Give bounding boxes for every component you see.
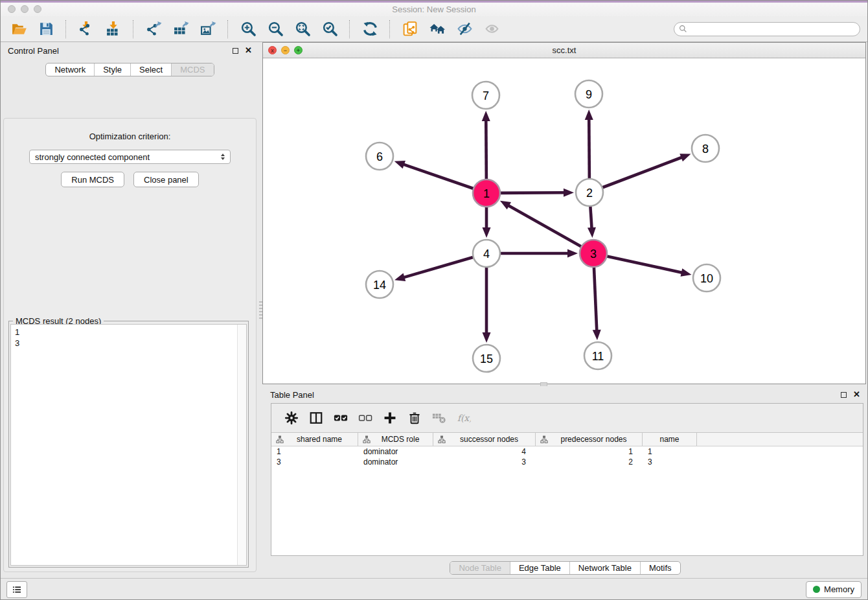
graph-node-1[interactable]: 1 bbox=[473, 179, 500, 207]
graph-edge-3-10[interactable] bbox=[606, 256, 692, 277]
settings-gear-button[interactable] bbox=[279, 408, 304, 428]
graph-node-4[interactable]: 4 bbox=[473, 240, 500, 267]
memory-button[interactable]: Memory bbox=[806, 581, 862, 598]
graph-node-2[interactable]: 2 bbox=[576, 179, 603, 206]
graph-edge-2-9[interactable] bbox=[585, 110, 593, 180]
toolbar-separator bbox=[227, 20, 229, 38]
graph-node-6[interactable]: 6 bbox=[366, 143, 393, 170]
table-row[interactable]: 3dominator323 bbox=[271, 457, 863, 467]
delete-table-icon bbox=[432, 411, 446, 425]
task-history-button[interactable] bbox=[6, 581, 27, 598]
save-session-button[interactable] bbox=[36, 19, 56, 40]
graph-node-8[interactable]: 8 bbox=[692, 135, 719, 162]
deselect-all-icon bbox=[358, 411, 372, 425]
export-image-button[interactable] bbox=[198, 19, 218, 40]
float-table-panel-icon[interactable] bbox=[841, 392, 847, 398]
deselect-all-button[interactable] bbox=[353, 408, 378, 428]
svg-text:10: 10 bbox=[700, 272, 713, 285]
zoom-out-button[interactable] bbox=[265, 19, 286, 40]
zoom-selected-icon bbox=[322, 21, 338, 37]
graph-edge-1-6[interactable] bbox=[394, 161, 475, 189]
graph-edge-2-3[interactable] bbox=[588, 205, 596, 238]
close-panel-button[interactable]: Close panel bbox=[133, 172, 199, 187]
import-table-button[interactable] bbox=[103, 19, 124, 40]
column-header-predecessor-nodes[interactable]: predecessor nodes bbox=[536, 433, 643, 446]
search-box[interactable] bbox=[674, 22, 860, 36]
delete-column-button[interactable] bbox=[402, 408, 427, 428]
mcds-result-textarea[interactable]: 1 3 bbox=[10, 324, 247, 566]
tab-select[interactable]: Select bbox=[130, 63, 171, 76]
toolbar-separator bbox=[349, 20, 350, 38]
close-panel-icon[interactable]: ✕ bbox=[245, 47, 252, 54]
table-cell[interactable]: 3 bbox=[433, 457, 536, 467]
result-scrollbar[interactable] bbox=[237, 325, 246, 565]
zoom-selected-button[interactable] bbox=[319, 19, 340, 40]
column-header-successor-nodes[interactable]: successor nodes bbox=[433, 433, 536, 446]
table-cell[interactable]: dominator bbox=[358, 457, 433, 467]
table-cell[interactable]: 3 bbox=[643, 457, 697, 467]
tab-edge-table[interactable]: Edge Table bbox=[510, 562, 569, 574]
zoom-fit-button[interactable] bbox=[292, 19, 313, 40]
tab-network-table[interactable]: Network Table bbox=[569, 562, 640, 574]
column-header-MCDS-role[interactable]: MCDS role bbox=[358, 433, 433, 446]
column-header-shared-name[interactable]: shared name bbox=[271, 433, 358, 446]
hide-selected-button[interactable] bbox=[454, 19, 475, 40]
tab-network[interactable]: Network bbox=[46, 63, 94, 76]
select-all-button[interactable] bbox=[328, 408, 353, 428]
table-cell[interactable]: 1 bbox=[643, 446, 697, 457]
first-neighbors-button[interactable] bbox=[427, 19, 448, 40]
show-all-icon bbox=[484, 21, 500, 37]
column-header-name[interactable]: name bbox=[643, 433, 697, 446]
table-cell[interactable]: dominator bbox=[358, 446, 433, 457]
refresh-button[interactable] bbox=[360, 19, 380, 40]
table-cell[interactable]: 1 bbox=[536, 446, 643, 457]
table-row[interactable]: 1dominator411 bbox=[271, 446, 863, 457]
graph-node-7[interactable]: 7 bbox=[472, 82, 499, 109]
criterion-dropdown[interactable]: strongly connected component bbox=[29, 150, 231, 164]
show-all-button[interactable] bbox=[481, 19, 502, 40]
search-input[interactable] bbox=[690, 23, 860, 35]
graph-node-11[interactable]: 11 bbox=[584, 342, 611, 369]
export-table-button[interactable] bbox=[170, 19, 191, 40]
export-network-button[interactable] bbox=[143, 19, 164, 40]
tab-node-table[interactable]: Node Table bbox=[450, 562, 510, 574]
control-panel-title: Control Panel bbox=[8, 46, 59, 56]
add-column-button[interactable] bbox=[378, 408, 402, 428]
table-cell[interactable]: 3 bbox=[271, 457, 358, 467]
svg-text:8: 8 bbox=[702, 143, 709, 156]
graph-edge-2-8[interactable] bbox=[601, 154, 691, 188]
graph-edge-4-14[interactable] bbox=[394, 257, 475, 281]
attr-type-icon bbox=[438, 435, 446, 443]
toggle-panel-button[interactable] bbox=[304, 408, 328, 428]
attr-type-icon bbox=[276, 435, 284, 443]
graph-edge-1-2[interactable] bbox=[499, 189, 574, 197]
table-cell[interactable]: 2 bbox=[536, 457, 643, 467]
float-panel-icon[interactable] bbox=[233, 48, 238, 54]
duplicate-network-button[interactable] bbox=[400, 19, 420, 40]
tab-mcds[interactable]: MCDS bbox=[171, 63, 213, 76]
app-titlebar: Session: New Session bbox=[0, 3, 868, 16]
graph-node-10[interactable]: 10 bbox=[693, 264, 720, 292]
zoom-in-button[interactable] bbox=[238, 19, 258, 40]
graph-edge-4-15[interactable] bbox=[483, 266, 491, 343]
table-cell[interactable]: 1 bbox=[271, 446, 358, 457]
graph-edge-1-4[interactable] bbox=[483, 205, 491, 238]
close-table-panel-icon[interactable]: ✕ bbox=[853, 391, 860, 398]
tab-style[interactable]: Style bbox=[94, 63, 130, 76]
graph-node-3[interactable]: 3 bbox=[580, 240, 607, 267]
graph-edge-3-1[interactable] bbox=[500, 201, 583, 248]
table-cell[interactable]: 4 bbox=[433, 446, 536, 457]
run-mcds-button[interactable]: Run MCDS bbox=[61, 172, 124, 187]
graph-node-15[interactable]: 15 bbox=[473, 345, 500, 372]
graph-node-14[interactable]: 14 bbox=[366, 271, 393, 298]
tab-motifs[interactable]: Motifs bbox=[640, 562, 680, 574]
graph-edge-4-3[interactable] bbox=[499, 249, 578, 258]
graph-node-9[interactable]: 9 bbox=[575, 80, 602, 108]
graph-edge-1-7[interactable] bbox=[482, 111, 490, 181]
select-all-icon bbox=[334, 411, 348, 425]
network-canvas[interactable]: 7968124314101511 bbox=[264, 58, 865, 383]
import-network-button[interactable] bbox=[76, 19, 97, 40]
graph-edge-3-11[interactable] bbox=[593, 266, 601, 340]
open-file-button[interactable] bbox=[8, 19, 29, 40]
network-window-titlebar[interactable]: x − + scc.txt bbox=[263, 43, 865, 58]
